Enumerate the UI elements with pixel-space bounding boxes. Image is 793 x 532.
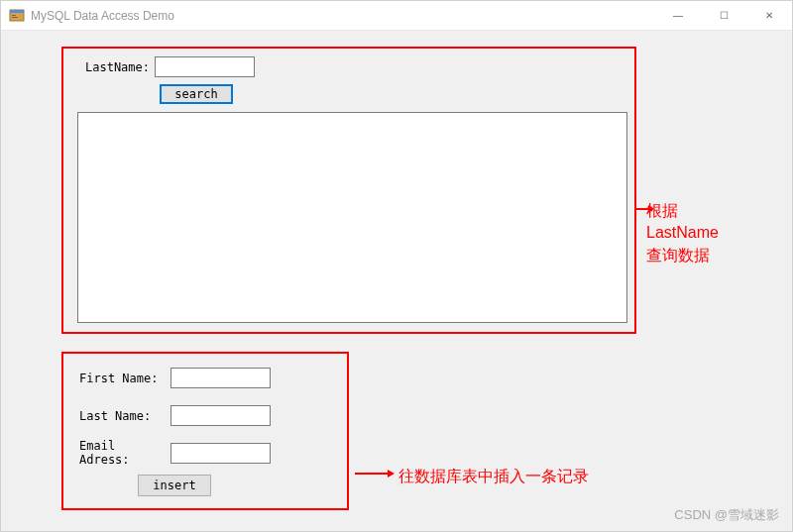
arrow-icon [355, 468, 395, 479]
svg-rect-2 [12, 15, 16, 16]
search-annotation: 根据 LastName 查询数据 [646, 200, 719, 266]
firstname-input[interactable] [170, 368, 271, 388]
insert-annotation: 往数据库表中插入一条记录 [398, 466, 589, 487]
search-group: LastName: search [61, 47, 636, 334]
app-window: MySQL Data Access Demo — ☐ ✕ LastName: s… [0, 0, 793, 532]
close-button[interactable]: ✕ [746, 1, 792, 31]
insert-lastname-input[interactable] [170, 405, 271, 426]
svg-rect-3 [12, 17, 18, 18]
svg-marker-7 [388, 470, 395, 478]
email-label: Email Adress: [79, 439, 170, 467]
lastname-label: LastName: [85, 60, 150, 74]
insert-button[interactable]: insert [138, 475, 211, 496]
window-title: MySQL Data Access Demo [31, 9, 174, 23]
firstname-label: First Name: [79, 372, 170, 385]
minimize-button[interactable]: — [655, 1, 701, 31]
insert-lastname-label: Last Name: [79, 409, 170, 423]
watermark-text: CSDN @雪域迷影 [674, 506, 779, 524]
insert-group: First Name: Last Name: Email Adress: ins… [61, 352, 349, 510]
results-textarea[interactable] [77, 112, 627, 323]
lastname-row: Last Name: [79, 405, 271, 426]
svg-rect-1 [10, 10, 24, 13]
app-icon [9, 8, 25, 24]
search-button[interactable]: search [160, 84, 233, 104]
titlebar: MySQL Data Access Demo — ☐ ✕ [1, 1, 792, 31]
email-input[interactable] [170, 443, 271, 464]
firstname-row: First Name: [79, 368, 271, 388]
maximize-button[interactable]: ☐ [701, 1, 746, 31]
lastname-input[interactable] [155, 56, 255, 77]
titlebar-buttons: — ☐ ✕ [655, 1, 792, 31]
email-row: Email Adress: [79, 439, 271, 467]
client-area: LastName: search First Name: Last Name: … [2, 32, 791, 530]
